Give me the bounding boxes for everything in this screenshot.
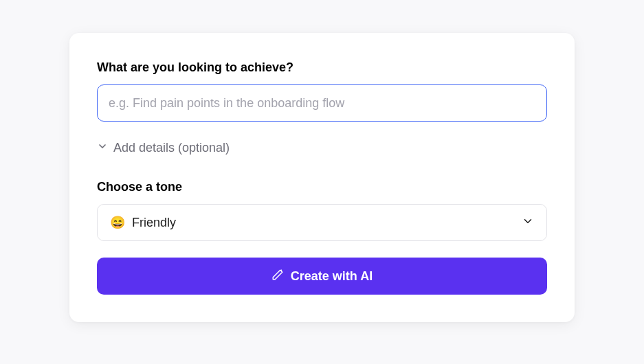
tone-selected-label: Friendly <box>132 216 176 230</box>
magic-pencil-icon <box>271 269 284 284</box>
add-details-label: Add details (optional) <box>113 141 230 155</box>
tone-selected: 😄 Friendly <box>110 215 176 230</box>
add-details-toggle[interactable]: Add details (optional) <box>97 141 547 155</box>
form-card: What are you looking to achieve? Add det… <box>69 33 575 322</box>
chevron-down-icon <box>97 141 108 155</box>
goal-input[interactable] <box>97 84 547 122</box>
goal-label: What are you looking to achieve? <box>97 60 547 75</box>
chevron-down-icon <box>522 215 534 230</box>
tone-emoji: 😄 <box>110 215 125 230</box>
tone-select[interactable]: 😄 Friendly <box>97 204 547 241</box>
create-button-label: Create with AI <box>291 269 373 284</box>
tone-label: Choose a tone <box>97 180 547 194</box>
create-with-ai-button[interactable]: Create with AI <box>97 258 547 295</box>
